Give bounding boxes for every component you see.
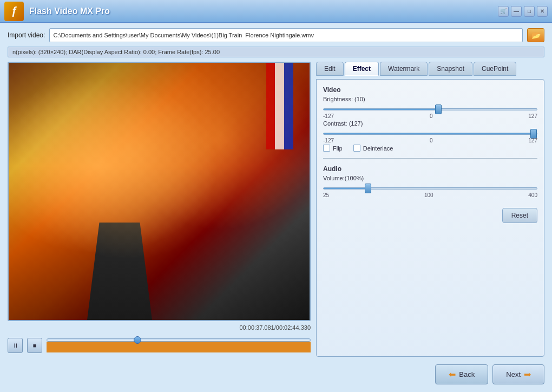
seek-bar-container (47, 334, 311, 357)
tab-cuepoint[interactable]: CuePoint (474, 62, 516, 76)
volume-slider[interactable] (323, 187, 537, 190)
maximize-button[interactable]: □ (524, 6, 535, 17)
deinterlace-checkbox[interactable] (353, 145, 360, 152)
video-panel: 00:00:37.081/00:02:44.330 ⏸ ■ (8, 62, 311, 357)
import-row: Import video: 📂 (8, 28, 544, 42)
volume-min: 25 (323, 192, 329, 198)
playback-controls: ⏸ ■ (8, 334, 311, 357)
info-bar: n(pixels): (320×240); DAR(Display Aspect… (8, 47, 544, 57)
contrast-min: -127 (323, 138, 334, 143)
brightness-label: Brightness: (10) (323, 96, 537, 102)
brightness-min: -127 (323, 113, 334, 119)
effect-panel: Video Brightness: (10) -127 0 127 Cont (316, 79, 544, 357)
next-label: Next (506, 370, 521, 378)
stop-button[interactable]: ■ (27, 338, 42, 353)
import-label: Import video: (8, 31, 45, 39)
title-bar: ƒ Flash Video MX Pro 🛒 — □ ✕ (0, 0, 552, 23)
contrast-label: Contrast: (127) (323, 120, 537, 127)
import-path-input[interactable] (49, 28, 523, 42)
next-button[interactable]: Next ➡ (492, 364, 544, 384)
trim-right-marker[interactable] (47, 347, 311, 352)
pause-button[interactable]: ⏸ (8, 338, 23, 353)
video-section: Video Brightness: (10) -127 0 127 Cont (323, 86, 537, 152)
section-divider (323, 158, 537, 159)
minimize-button[interactable]: — (511, 6, 522, 17)
deinterlace-label: Deinterlace (363, 145, 393, 152)
info-text: n(pixels): (320×240); DAR(Display Aspect… (12, 49, 220, 55)
brightness-mid: 0 (430, 113, 433, 119)
brightness-max: 127 (528, 113, 537, 119)
volume-label: Volume:(100%) (323, 175, 537, 181)
workspace: 00:00:37.081/00:02:44.330 ⏸ ■ (8, 62, 544, 357)
tab-effect[interactable]: Effect (345, 62, 379, 76)
seek-thumb[interactable] (134, 336, 141, 344)
contrast-mid: 0 (430, 138, 433, 143)
volume-mid: 100 (424, 192, 433, 198)
video-section-title: Video (323, 86, 537, 94)
checkbox-row: Flip Deinterlace (323, 145, 537, 152)
reset-button[interactable]: Reset (502, 208, 537, 223)
flip-checkbox[interactable] (323, 145, 330, 152)
main-content: Import video: 📂 n(pixels): (320×240); DA… (0, 23, 552, 392)
folder-icon: 📂 (531, 31, 541, 40)
bottom-bar: Reset (323, 205, 537, 226)
pause-icon: ⏸ (12, 342, 18, 349)
right-panel: Edit Effect Watermark Snapshot CuePoint (316, 62, 544, 357)
contrast-row: Contrast: (127) -127 0 127 (323, 120, 537, 143)
audio-section: Audio Volume:(100%) 25 100 400 (323, 165, 537, 199)
contrast-slider[interactable] (323, 133, 537, 135)
nav-footer: ⬅ Back Next ➡ (8, 361, 544, 387)
timestamp: 00:00:37.081/00:02:44.330 (8, 324, 311, 331)
cart-icon[interactable]: 🛒 (498, 6, 509, 17)
app-title: Flash Video MX Pro (29, 6, 498, 16)
flip-checkbox-item[interactable]: Flip (323, 145, 343, 152)
tab-edit[interactable]: Edit (316, 62, 344, 76)
deinterlace-checkbox-item[interactable]: Deinterlace (353, 145, 393, 152)
brightness-slider[interactable] (323, 108, 537, 110)
brightness-row: Brightness: (10) -127 0 127 (323, 96, 537, 119)
flip-label: Flip (333, 145, 343, 152)
seek-track[interactable] (47, 338, 311, 342)
audio-section-title: Audio (323, 165, 537, 173)
back-arrow-icon: ⬅ (449, 369, 456, 380)
stop-icon: ■ (33, 342, 37, 349)
contrast-max: 127 (528, 138, 537, 143)
next-arrow-icon: ➡ (524, 369, 531, 380)
close-button[interactable]: ✕ (537, 6, 548, 17)
browse-button[interactable]: 📂 (527, 28, 544, 42)
tab-watermark[interactable]: Watermark (380, 62, 428, 76)
tabs-row: Edit Effect Watermark Snapshot CuePoint (316, 62, 544, 76)
light-overlay (9, 63, 310, 320)
video-preview (8, 62, 311, 321)
back-button[interactable]: ⬅ Back (435, 364, 488, 384)
app-logo: ƒ (4, 2, 24, 21)
volume-row: Volume:(100%) 25 100 400 (323, 175, 537, 198)
volume-max: 400 (528, 192, 537, 198)
trim-left-marker[interactable] (47, 342, 311, 347)
window-controls: 🛒 — □ ✕ (498, 6, 548, 17)
back-label: Back (459, 370, 475, 378)
tab-snapshot[interactable]: Snapshot (429, 62, 472, 76)
